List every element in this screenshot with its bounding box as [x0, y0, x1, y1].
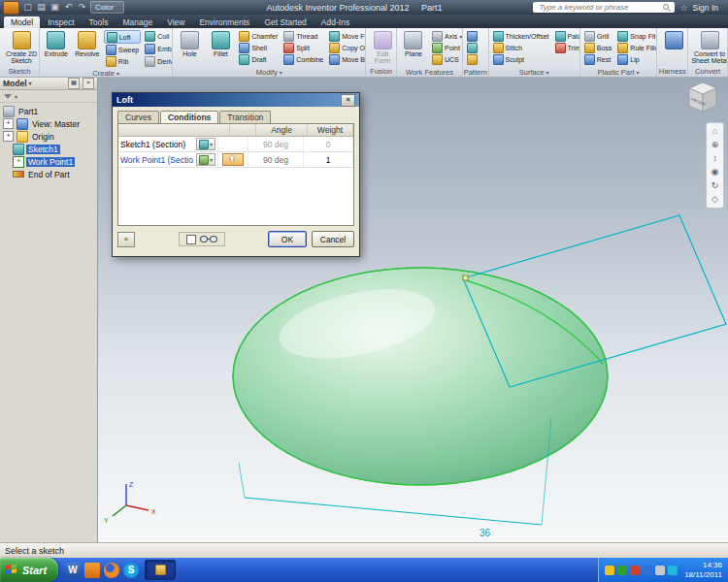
browser-options-icon[interactable]: ▤ — [68, 78, 80, 89]
loft-dialog[interactable]: Loft × Curves Conditions Transition Angl… — [112, 92, 360, 257]
mirror-button[interactable] — [465, 53, 480, 65]
condition-dropdown[interactable]: ▾ — [196, 138, 215, 150]
weight-value[interactable]: 0 — [304, 137, 353, 151]
loft-button[interactable]: Loft — [104, 30, 141, 44]
tree-item-sketch1[interactable]: Sketch1 — [0, 143, 97, 155]
rib-button[interactable]: Rib — [104, 55, 141, 67]
tab-transition[interactable]: Transition — [219, 111, 271, 123]
firefox-icon[interactable] — [104, 563, 119, 578]
cancel-button[interactable]: Cancel — [312, 231, 354, 247]
lip-button[interactable]: Lip — [615, 53, 657, 65]
tab-manage[interactable]: Manage — [116, 16, 159, 28]
hole-button[interactable]: Hole — [175, 29, 204, 66]
revolve-button[interactable]: Revolve — [73, 29, 102, 68]
work-point-marker[interactable] — [463, 275, 468, 280]
sweep-button[interactable]: Sweep — [104, 44, 141, 55]
dimension-value[interactable]: 36 — [480, 528, 491, 538]
inventor-taskbar-button[interactable] — [145, 560, 176, 580]
redo-icon[interactable]: ↷ — [77, 2, 87, 13]
thread-button[interactable]: Thread — [281, 30, 325, 42]
application-menu-button[interactable] — [3, 1, 19, 15]
draft-button[interactable]: Draft — [237, 53, 280, 65]
axis-button[interactable]: Axis ▾ — [430, 30, 463, 42]
coil-button[interactable]: Coil — [143, 30, 173, 42]
point-button[interactable]: Point ▾ — [430, 42, 463, 53]
shell-button[interactable]: Shell — [237, 42, 280, 53]
edit-form-button[interactable]: Edit Form — [368, 29, 397, 65]
save-icon[interactable]: ▣ — [50, 2, 60, 13]
split-button[interactable]: Split — [281, 42, 325, 53]
rule-fillet-button[interactable]: Rule Fillet — [615, 42, 657, 53]
tray-icon[interactable] — [617, 566, 627, 575]
chevron-down-icon[interactable]: ▾ — [116, 70, 119, 77]
taskbar-clock[interactable]: 14:36 18/11/2011 — [680, 561, 722, 579]
expander-icon[interactable]: + — [3, 131, 14, 142]
tab-view[interactable]: View — [160, 16, 191, 28]
plane-button[interactable]: Plane — [399, 29, 428, 66]
direction-picker-button[interactable] — [222, 153, 244, 166]
view-cube[interactable]: FRONT — [682, 80, 723, 118]
tab-curves[interactable]: Curves — [117, 111, 159, 123]
dimension-line[interactable] — [245, 498, 542, 525]
more-options-button[interactable]: » — [117, 232, 135, 247]
create-2d-sketch-button[interactable]: Create 2D Sketch — [2, 29, 40, 65]
condition-dropdown[interactable]: ▾ — [196, 153, 215, 166]
extrude-button[interactable]: Extrude — [42, 29, 71, 68]
combine-button[interactable]: Combine — [281, 53, 325, 65]
tab-conditions[interactable]: Conditions — [160, 111, 218, 123]
favorites-icon[interactable]: ☆ — [679, 3, 687, 13]
sculpt-button[interactable]: Sculpt — [491, 53, 551, 65]
mail-icon[interactable] — [84, 563, 100, 578]
close-icon[interactable]: × — [341, 94, 355, 107]
chevron-down-icon[interactable]: ▾ — [15, 93, 17, 100]
chamfer-button[interactable]: Chamfer — [237, 30, 280, 42]
chevron-down-icon[interactable]: ▾ — [29, 80, 32, 86]
derive-button[interactable]: Derive — [143, 55, 173, 67]
search-input[interactable] — [537, 2, 660, 13]
expander-icon[interactable]: + — [3, 118, 14, 129]
tab-environments[interactable]: Environments — [192, 16, 256, 28]
stitch-button[interactable]: Stitch — [491, 42, 551, 53]
chevron-down-icon[interactable]: ▾ — [546, 69, 549, 76]
tray-icon[interactable] — [668, 566, 678, 575]
chevron-down-icon[interactable]: ▾ — [459, 33, 462, 40]
tray-icon[interactable] — [630, 566, 640, 575]
start-button[interactable]: Start — [0, 558, 58, 582]
tray-icon[interactable] — [605, 566, 614, 575]
tab-tools[interactable]: Tools — [83, 16, 116, 28]
rectangular-pattern-button[interactable] — [465, 30, 480, 42]
filter-icon[interactable] — [4, 94, 12, 99]
tray-icon[interactable] — [655, 566, 665, 575]
tab-add-ins[interactable]: Add-Ins — [314, 16, 356, 28]
undo-icon[interactable]: ↶ — [63, 2, 74, 13]
browser-close-icon[interactable]: × — [83, 78, 94, 89]
ok-button[interactable]: OK — [268, 231, 307, 247]
loft-dialog-title-bar[interactable]: Loft × — [113, 93, 359, 107]
tree-item-work-point1[interactable]: + Work Point1 — [0, 155, 97, 168]
boss-button[interactable]: Boss — [582, 42, 614, 53]
chevron-down-icon[interactable]: ▾ — [637, 69, 640, 76]
circular-pattern-button[interactable] — [465, 42, 480, 53]
sign-in-button[interactable]: Sign In ▾ — [693, 3, 723, 13]
tray-icon[interactable] — [643, 566, 652, 575]
orbit-icon[interactable]: ↻ — [709, 179, 721, 192]
weight-value[interactable]: 1 — [304, 152, 353, 167]
look-at-icon[interactable]: ◇ — [709, 193, 721, 206]
angle-value[interactable]: 90 deg — [248, 152, 304, 167]
tab-inspect[interactable]: Inspect — [41, 16, 81, 28]
tab-get-started[interactable]: Get Started — [257, 16, 313, 28]
emboss-button[interactable]: Emboss — [143, 43, 173, 54]
help-search-box[interactable] — [533, 2, 675, 13]
angle-value[interactable]: 90 deg — [248, 137, 304, 151]
steering-wheel-icon[interactable]: ⊕ — [709, 139, 721, 151]
preview-glasses-icon[interactable] — [200, 236, 217, 242]
search-icon[interactable] — [663, 4, 671, 12]
color-dropdown[interactable]: Color ▾ — [90, 1, 124, 14]
thicken-offset-button[interactable]: Thicken/Offset — [491, 30, 551, 42]
pan-icon[interactable]: ↕ — [709, 152, 721, 165]
tree-item-part1[interactable]: Part1 — [0, 105, 97, 117]
condition-row-sketch1[interactable]: Sketch1 (Section) ▾ 90 deg 0 — [118, 137, 353, 152]
copy-object-button[interactable]: Copy Object — [327, 42, 366, 53]
preview-checkbox[interactable] — [186, 235, 196, 244]
grill-button[interactable]: Grill — [582, 30, 614, 42]
